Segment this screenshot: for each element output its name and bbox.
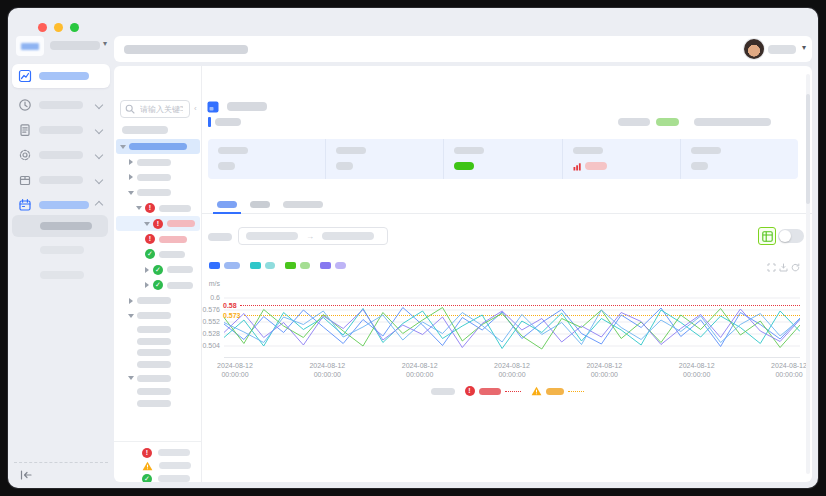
tree-node-label xyxy=(137,159,171,166)
tree-caret-icon[interactable] xyxy=(129,174,133,180)
collapse-left-icon[interactable] xyxy=(20,470,32,480)
workspace-selector[interactable] xyxy=(50,41,100,50)
tree-caret-icon[interactable] xyxy=(144,222,150,226)
threshold-legend-item-plain[interactable] xyxy=(431,388,455,395)
save-icon[interactable] xyxy=(779,263,788,272)
tree-node-13[interactable] xyxy=(116,335,200,347)
tree-node-4[interactable]: ! xyxy=(116,201,200,216)
tree-node-12[interactable] xyxy=(116,324,200,336)
x-tick: 2024-08-1200:00:00 xyxy=(385,361,455,379)
legend-item-2[interactable] xyxy=(285,262,310,269)
tree-node-17[interactable] xyxy=(116,386,200,398)
stat-label xyxy=(454,147,484,154)
export-table-button[interactable] xyxy=(758,227,776,245)
alert-icon: ! xyxy=(465,386,475,396)
threshold-legend-item-warning[interactable] xyxy=(531,386,584,396)
tree-node-16[interactable] xyxy=(116,370,200,385)
tree-caret-icon[interactable] xyxy=(128,314,134,318)
tab-0[interactable] xyxy=(217,195,237,213)
auto-refresh-toggle[interactable] xyxy=(778,229,804,243)
sidebar-item-4[interactable] xyxy=(12,171,110,189)
y-tick: 0.576 xyxy=(202,306,220,313)
user-avatar[interactable] xyxy=(744,39,764,59)
sidebar-item-3[interactable] xyxy=(12,146,110,164)
sidebar-item-1[interactable] xyxy=(12,96,110,114)
tree-node-5[interactable]: ! xyxy=(116,216,200,231)
sidebar-subitem-1[interactable] xyxy=(12,242,108,258)
header-meta-value xyxy=(694,118,771,126)
legend-item-0[interactable] xyxy=(209,262,240,269)
sidebar-subitem-0[interactable] xyxy=(12,215,108,237)
tree-caret-icon[interactable] xyxy=(129,159,133,165)
tree-node-14[interactable] xyxy=(116,347,200,359)
username[interactable] xyxy=(768,45,796,54)
legend-item-3[interactable] xyxy=(320,262,346,269)
sidebar-item-0[interactable] xyxy=(12,64,110,88)
section-accent xyxy=(208,117,211,127)
tree-node-label xyxy=(159,236,187,243)
minimize-button[interactable] xyxy=(54,23,63,32)
tree-node-label xyxy=(137,174,171,181)
x-tick: 2024-08-1200:00:00 xyxy=(754,361,812,379)
app-logo xyxy=(16,36,44,56)
tree-caret-icon[interactable] xyxy=(145,267,149,273)
legend-item-1[interactable] xyxy=(250,262,275,269)
workspace-caret-icon[interactable]: ▾ xyxy=(103,39,107,48)
scrollbar-thumb[interactable] xyxy=(806,94,810,204)
tree-node-2[interactable] xyxy=(116,170,200,185)
search-icon xyxy=(125,104,135,114)
tree-caret-icon[interactable] xyxy=(145,282,149,288)
tree-node-6[interactable]: ! xyxy=(116,231,200,246)
tree-node-0[interactable] xyxy=(116,139,200,154)
tree-caret-icon[interactable] xyxy=(128,191,134,195)
tree-node-label xyxy=(137,361,171,368)
tree-caret-icon[interactable] xyxy=(136,206,142,210)
x-tick: 2024-08-1200:00:00 xyxy=(202,361,270,379)
tree-node-1[interactable] xyxy=(116,154,200,169)
stat-value xyxy=(336,162,353,170)
end-date-value xyxy=(322,232,374,240)
tree-caret-icon[interactable] xyxy=(129,298,133,304)
mini-bar-chart-icon xyxy=(573,162,582,171)
top-header: ▾ xyxy=(114,36,812,62)
legend-label xyxy=(546,388,564,395)
sidebar-subitem-label xyxy=(40,222,92,230)
device-tree-panel: ‹ !!!✓✓✓ !✓ xyxy=(114,66,202,482)
sidebar-item-5[interactable] xyxy=(12,196,110,214)
tab-2[interactable] xyxy=(283,195,323,213)
sidebar-item-2[interactable] xyxy=(12,121,110,139)
date-range-picker[interactable]: → xyxy=(238,227,388,245)
x-axis: 2024-08-1200:00:002024-08-1200:00:002024… xyxy=(224,361,800,379)
threshold-legend-item-alert[interactable]: ! xyxy=(465,386,521,396)
tree-list: !!!✓✓✓ xyxy=(116,139,200,409)
tree-collapse-handle[interactable]: ‹ xyxy=(194,104,201,115)
tree-node-7[interactable]: ✓ xyxy=(116,247,200,262)
close-button[interactable] xyxy=(38,23,47,32)
content-area: ‹ !!!✓✓✓ !✓ → xyxy=(114,66,812,482)
tree-node-9[interactable]: ✓ xyxy=(116,278,200,293)
tree-node-11[interactable] xyxy=(116,308,200,323)
tab-1[interactable] xyxy=(250,195,270,213)
document-icon xyxy=(18,123,32,137)
tab-label xyxy=(250,201,270,208)
sidebar-item-label xyxy=(39,176,83,184)
panel-title xyxy=(227,102,267,111)
search-input[interactable] xyxy=(138,104,185,115)
tree-node-label xyxy=(167,220,195,227)
refresh-icon[interactable] xyxy=(791,263,800,272)
user-menu-caret-icon[interactable]: ▾ xyxy=(802,43,806,52)
tree-node-10[interactable] xyxy=(116,293,200,308)
stat-value xyxy=(454,162,474,170)
tree-caret-icon[interactable] xyxy=(128,376,134,380)
start-date-value xyxy=(246,232,298,240)
tree-node-15[interactable] xyxy=(116,359,200,371)
tree-caret-icon[interactable] xyxy=(120,145,126,149)
tree-node-8[interactable]: ✓ xyxy=(116,262,200,277)
tree-node-3[interactable] xyxy=(116,185,200,200)
zoom-button[interactable] xyxy=(70,23,79,32)
sidebar-subitem-2[interactable] xyxy=(12,267,108,283)
legend-label xyxy=(479,388,501,395)
legend-swatch xyxy=(250,262,261,269)
tree-node-18[interactable] xyxy=(116,398,200,410)
expand-icon[interactable] xyxy=(767,263,776,272)
